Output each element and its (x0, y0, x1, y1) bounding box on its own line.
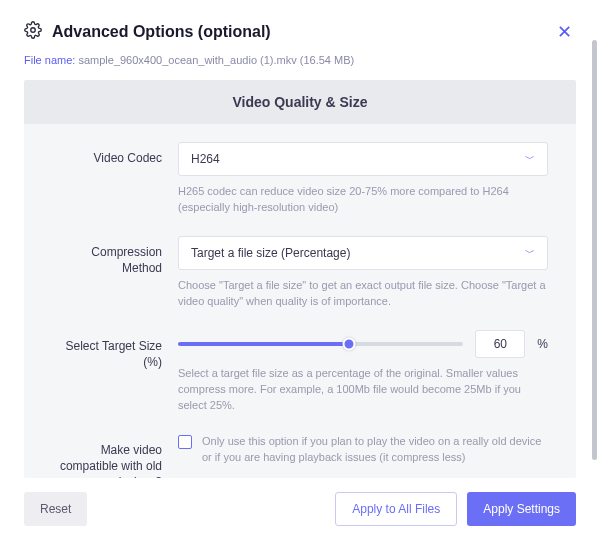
target-size-help: Select a target file size as a percentag… (178, 366, 548, 414)
advanced-options-modal: Advanced Options (optional) ✕ File name:… (0, 0, 600, 542)
modal-header: Advanced Options (optional) ✕ (24, 20, 576, 44)
compression-method-label: Compression Method (52, 236, 162, 310)
close-button[interactable]: ✕ (552, 20, 576, 44)
slider-thumb[interactable] (343, 337, 356, 350)
reset-button[interactable]: Reset (24, 492, 87, 526)
compression-method-help: Choose "Target a file size" to get an ex… (178, 278, 548, 310)
svg-point-0 (31, 28, 36, 33)
compat-checkbox[interactable] (178, 435, 192, 449)
compat-row: Make video compatible with old devices? … (52, 434, 548, 478)
apply-all-button[interactable]: Apply to All Files (335, 492, 457, 526)
card-body: Video Codec H264 ﹀ H265 codec can reduce… (24, 124, 576, 478)
card-title: Video Quality & Size (24, 80, 576, 124)
scrollbar[interactable] (592, 40, 597, 460)
video-codec-row: Video Codec H264 ﹀ H265 codec can reduce… (52, 142, 548, 216)
modal-title: Advanced Options (optional) (52, 23, 271, 41)
compression-method-row: Compression Method Target a file size (P… (52, 236, 548, 310)
chevron-down-icon: ﹀ (525, 152, 535, 166)
header-left: Advanced Options (optional) (24, 21, 271, 43)
percent-symbol: % (537, 337, 548, 351)
video-codec-help: H265 codec can reduce video size 20-75% … (178, 184, 548, 216)
file-name-value: sample_960x400_ocean_with_audio (1).mkv … (78, 54, 354, 66)
video-codec-select[interactable]: H264 ﹀ (178, 142, 548, 176)
video-codec-value: H264 (191, 152, 220, 166)
compat-help: Only use this option if you plan to play… (202, 434, 548, 466)
compression-method-value: Target a file size (Percentage) (191, 246, 350, 260)
slider-fill (178, 342, 349, 346)
target-size-label: Select Target Size (%) (52, 330, 162, 414)
file-name-row: File name: sample_960x400_ocean_with_aud… (24, 54, 576, 66)
settings-card: Video Quality & Size Video Codec H264 ﹀ … (24, 80, 576, 478)
apply-settings-button[interactable]: Apply Settings (467, 492, 576, 526)
chevron-down-icon: ﹀ (525, 246, 535, 260)
file-name-label: File name: (24, 54, 78, 66)
modal-footer: Reset Apply to All Files Apply Settings (24, 492, 576, 526)
close-icon: ✕ (557, 21, 572, 43)
compression-method-select[interactable]: Target a file size (Percentage) ﹀ (178, 236, 548, 270)
target-size-row: Select Target Size (%) % Select a target… (52, 330, 548, 414)
gear-icon (24, 21, 42, 43)
target-size-input[interactable] (475, 330, 525, 358)
video-codec-label: Video Codec (52, 142, 162, 216)
target-size-slider[interactable] (178, 342, 463, 346)
compat-label: Make video compatible with old devices? (52, 434, 162, 478)
